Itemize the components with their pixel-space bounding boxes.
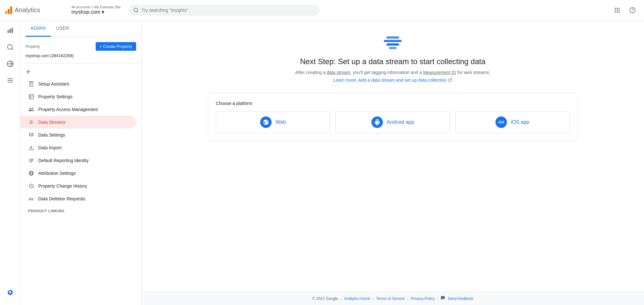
svg-rect-13 xyxy=(7,30,9,33)
svg-rect-5 xyxy=(615,10,616,11)
web-icon xyxy=(260,116,272,128)
attribution-icon xyxy=(28,170,34,176)
history-icon xyxy=(28,183,34,189)
platform-section-label: Choose a platform xyxy=(216,101,570,106)
sidebar-icon-explore[interactable] xyxy=(3,40,18,55)
nav-label-change-history: Property Change History xyxy=(38,183,87,189)
svg-rect-3 xyxy=(617,8,618,9)
svg-rect-15 xyxy=(11,28,13,33)
svg-text:?: ? xyxy=(632,8,634,12)
tab-user[interactable]: USER xyxy=(51,20,74,37)
main-layout: ADMIN USER Property + Create Property my… xyxy=(0,20,644,305)
import-icon xyxy=(28,145,34,151)
nav-item-default-reporting[interactable]: Default Reporting Identity xyxy=(20,154,141,167)
sidebar-icon-settings[interactable] xyxy=(3,285,18,300)
nav-item-data-streams[interactable]: Data Streams xyxy=(20,116,136,129)
content-title: Next Step: Set up a data stream to start… xyxy=(300,57,486,66)
search-container xyxy=(128,5,319,16)
svg-point-28 xyxy=(29,133,33,134)
svg-line-1 xyxy=(137,11,138,12)
identity-icon xyxy=(28,157,34,164)
sidebar-icon-advertising[interactable] xyxy=(3,56,18,71)
svg-rect-32 xyxy=(29,161,30,161)
site-selector[interactable]: myshop.com ▾ xyxy=(71,9,121,15)
svg-rect-31 xyxy=(29,160,30,160)
nav-label-setup-assistant: Setup Assistant xyxy=(38,81,69,86)
web-label: Web xyxy=(275,119,286,125)
search-box xyxy=(128,5,319,16)
svg-rect-25 xyxy=(29,94,33,99)
copyright: © 2021 Google xyxy=(312,296,338,301)
svg-text:Dd: Dd xyxy=(29,197,33,201)
svg-rect-33 xyxy=(29,162,30,162)
data-icon xyxy=(28,132,34,138)
app-title: Analytics xyxy=(15,6,40,14)
feedback-link[interactable]: Send feedback xyxy=(448,296,473,301)
tab-admin[interactable]: ADMIN xyxy=(26,20,51,37)
nav-item-data-import[interactable]: Data Import xyxy=(20,141,141,154)
android-label: Android app xyxy=(387,119,414,125)
people-icon xyxy=(28,106,34,113)
privacy-link[interactable]: Privacy Policy xyxy=(411,296,435,301)
svg-rect-30 xyxy=(29,159,30,160)
platform-ios-button[interactable]: iOS iOS app xyxy=(455,111,570,133)
header: Analytics All accounts > My Example Site… xyxy=(0,0,644,20)
nav-item-data-settings[interactable]: Data Settings xyxy=(20,129,141,141)
svg-line-46 xyxy=(450,78,452,80)
svg-rect-36 xyxy=(30,161,33,161)
data-stream-illustration xyxy=(383,36,403,52)
svg-point-16 xyxy=(7,45,12,49)
streams-icon xyxy=(28,119,34,125)
content-subtitle: After creating a data stream, you'll get… xyxy=(295,70,490,75)
svg-point-0 xyxy=(134,8,138,11)
svg-rect-9 xyxy=(617,11,618,12)
svg-rect-6 xyxy=(617,10,618,11)
breadcrumb: All accounts > My Example Site xyxy=(71,5,121,9)
nav-item-data-deletion[interactable]: Dd Data Deletion Requests xyxy=(20,192,141,205)
analytics-home-link[interactable]: Analytics home xyxy=(344,296,370,301)
property-info: All accounts > My Example Site myshop.co… xyxy=(71,5,121,15)
nav-label-data-settings: Data Settings xyxy=(38,132,65,138)
nav-item-property-settings[interactable]: Property Settings xyxy=(20,90,141,103)
terms-link[interactable]: Terms of Service xyxy=(376,296,405,301)
svg-rect-10 xyxy=(618,11,619,12)
product-linking-label: PRODUCT LINKING xyxy=(20,205,141,214)
android-icon xyxy=(371,116,383,128)
property-section: Property + Create Property myshop.com (2… xyxy=(20,37,141,63)
svg-rect-35 xyxy=(30,160,33,160)
feedback-icon xyxy=(441,296,445,301)
svg-rect-8 xyxy=(615,11,616,12)
svg-rect-7 xyxy=(618,10,619,11)
nav-item-setup-assistant[interactable]: Setup Assistant xyxy=(20,78,141,90)
sidebar-icon-configure[interactable] xyxy=(3,73,18,88)
create-property-button[interactable]: + Create Property xyxy=(96,42,136,51)
search-icon xyxy=(133,7,139,13)
nav-label-attribution: Attribution Settings xyxy=(38,171,76,176)
search-input[interactable] xyxy=(142,8,315,13)
nav-back-button[interactable] xyxy=(26,69,136,75)
platform-android-button[interactable]: Android app xyxy=(335,111,450,133)
admin-tabs: ADMIN USER xyxy=(20,20,141,37)
ios-icon: iOS xyxy=(495,116,507,128)
svg-rect-45 xyxy=(389,47,397,49)
nav-item-change-history[interactable]: Property Change History xyxy=(20,180,141,192)
help-icon[interactable]: ? xyxy=(626,4,639,17)
chevron-down-icon: ▾ xyxy=(102,9,104,15)
nav-label-data-import: Data Import xyxy=(38,145,62,150)
ios-label: iOS app xyxy=(511,119,529,125)
delete-icon: Dd xyxy=(28,196,34,202)
sidebar-icon-reports[interactable] xyxy=(3,23,18,38)
nav-item-property-access[interactable]: Property Access Management xyxy=(20,103,141,116)
apps-icon[interactable] xyxy=(611,4,624,17)
svg-rect-37 xyxy=(30,162,32,162)
nav-list: Setup Assistant Property Settings xyxy=(20,63,141,305)
platform-section: Choose a platform Web xyxy=(208,93,578,141)
svg-rect-4 xyxy=(618,8,619,9)
svg-rect-14 xyxy=(10,29,11,33)
learn-more-link[interactable]: Learn more: Add a data stream and set up… xyxy=(333,78,452,83)
platform-web-button[interactable]: Web xyxy=(216,111,330,133)
nav-item-attribution[interactable]: Attribution Settings xyxy=(20,167,141,180)
svg-rect-44 xyxy=(386,43,399,46)
svg-line-17 xyxy=(11,48,13,50)
svg-rect-43 xyxy=(384,40,402,42)
